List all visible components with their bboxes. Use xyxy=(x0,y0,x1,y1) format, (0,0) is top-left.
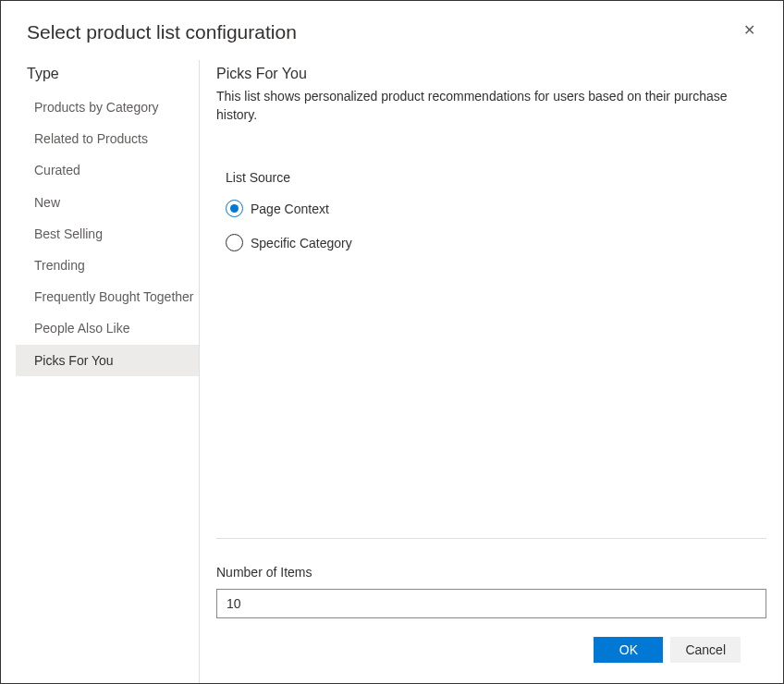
sidebar-item-new[interactable]: New xyxy=(16,187,199,218)
ok-button[interactable]: OK xyxy=(594,637,663,663)
sidebar-item-best-selling[interactable]: Best Selling xyxy=(16,218,199,250)
number-of-items-label: Number of Items xyxy=(216,565,766,580)
dialog-header: Select product list configuration ✕ xyxy=(1,1,783,60)
radio-specific-category[interactable]: Specific Category xyxy=(226,234,766,251)
sidebar-heading: Type xyxy=(27,66,199,82)
sidebar-item-label: Related to Products xyxy=(34,131,148,146)
number-of-items-input[interactable] xyxy=(216,589,766,618)
sidebar-item-trending[interactable]: Trending xyxy=(16,250,199,281)
sidebar-item-curated[interactable]: Curated xyxy=(16,154,199,186)
cancel-button[interactable]: Cancel xyxy=(670,637,741,663)
sidebar: Type Products by Category Related to Pro… xyxy=(1,60,199,683)
sidebar-item-label: People Also Like xyxy=(34,321,130,336)
dialog-footer: OK Cancel xyxy=(216,637,766,683)
sidebar-item-label: New xyxy=(34,195,60,210)
sidebar-item-products-by-category[interactable]: Products by Category xyxy=(16,92,199,123)
main-panel: Picks For You This list shows personaliz… xyxy=(199,60,783,683)
close-icon[interactable]: ✕ xyxy=(741,21,757,40)
sidebar-item-label: Products by Category xyxy=(34,100,159,115)
sidebar-item-label: Trending xyxy=(34,258,85,273)
sidebar-item-label: Best Selling xyxy=(34,226,103,241)
list-source-label: List Source xyxy=(216,170,766,185)
bottom-form: Number of Items xyxy=(216,538,766,637)
sidebar-item-label: Frequently Bought Together xyxy=(34,289,194,304)
sidebar-item-frequently-bought-together[interactable]: Frequently Bought Together xyxy=(16,281,199,312)
dialog: Select product list configuration ✕ Type… xyxy=(1,1,783,683)
dialog-title: Select product list configuration xyxy=(27,21,297,43)
sidebar-item-label: Picks For You xyxy=(34,353,114,368)
radio-page-context[interactable]: Page Context xyxy=(226,200,766,217)
radio-label: Specific Category xyxy=(251,236,352,250)
dialog-body: Type Products by Category Related to Pro… xyxy=(1,60,783,683)
list-source-radio-group: Page Context Specific Category xyxy=(216,200,766,268)
sidebar-item-related-to-products[interactable]: Related to Products xyxy=(16,123,199,154)
sidebar-item-picks-for-you[interactable]: Picks For You xyxy=(16,345,199,376)
radio-label: Page Context xyxy=(251,202,329,216)
sidebar-item-people-also-like[interactable]: People Also Like xyxy=(16,312,199,344)
radio-icon xyxy=(226,200,243,217)
sidebar-item-label: Curated xyxy=(34,163,80,177)
main-title: Picks For You xyxy=(216,66,766,82)
sidebar-list: Products by Category Related to Products… xyxy=(16,92,199,376)
radio-icon xyxy=(226,234,243,251)
main-description: This list shows personalized product rec… xyxy=(216,88,766,124)
